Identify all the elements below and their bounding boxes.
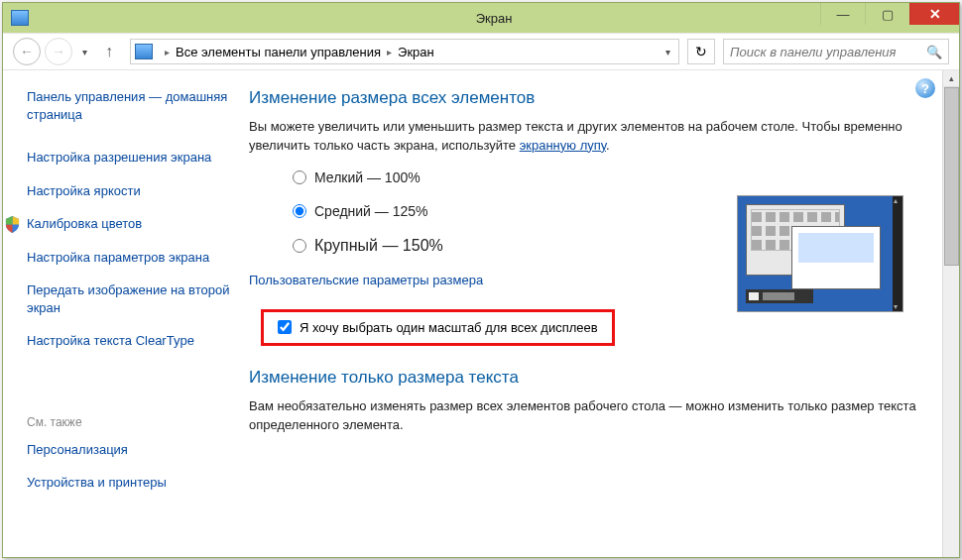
sidebar-item-color-calibration[interactable]: Калибровка цветов — [27, 215, 249, 233]
magnifier-link[interactable]: экранную лупу — [520, 138, 606, 153]
search-box[interactable]: 🔍 — [723, 39, 949, 64]
refresh-button[interactable]: ↻ — [687, 39, 715, 64]
breadcrumb[interactable]: ▸ Все элементы панели управления ▸ Экран… — [130, 39, 679, 64]
intro-after: . — [606, 138, 610, 153]
sidebar-item-personalization[interactable]: Персонализация — [27, 441, 249, 459]
sidebar-item-devices-printers[interactable]: Устройства и принтеры — [27, 474, 249, 492]
window-controls: — ▢ ✕ — [820, 3, 959, 33]
back-button[interactable]: ← — [13, 38, 41, 65]
highlighted-checkbox-box: Я хочу выбрать один масштаб для всех дис… — [261, 309, 615, 346]
single-scale-checkbox[interactable] — [278, 320, 292, 334]
location-icon — [135, 44, 153, 59]
sidebar-item-label: Калибровка цветов — [27, 216, 142, 231]
app-icon — [11, 10, 29, 26]
preview-window-front — [791, 226, 881, 289]
radio-large-input[interactable] — [293, 239, 306, 253]
window-frame: Экран — ▢ ✕ ← → ▾ ↑ ▸ Все элементы панел… — [2, 2, 960, 558]
heading-resize-all: Изменение размера всех элементов — [249, 88, 923, 108]
radio-small[interactable]: Мелкий — 100% — [293, 169, 923, 185]
preview-image — [737, 195, 903, 312]
minimize-button[interactable]: — — [820, 3, 865, 25]
preview-scrollbar — [893, 196, 902, 311]
shield-icon — [5, 216, 20, 233]
radio-label: Мелкий — 100% — [314, 169, 421, 185]
scroll-thumb[interactable] — [944, 87, 959, 266]
scroll-up-button[interactable]: ▴ — [943, 70, 959, 87]
sidebar-item-cleartype[interactable]: Настройка текста ClearType — [27, 332, 249, 350]
radio-small-input[interactable] — [293, 170, 306, 184]
title-bar[interactable]: Экран — ▢ ✕ — [3, 3, 959, 33]
chevron-right-icon: ▸ — [165, 47, 170, 57]
chevron-down-icon[interactable]: ▾ — [665, 47, 670, 57]
search-input[interactable] — [730, 45, 926, 59]
sidebar-item-brightness[interactable]: Настройка яркости — [27, 182, 249, 200]
sidebar: Панель управления — домашняя страница На… — [3, 70, 249, 557]
breadcrumb-item[interactable]: Экран — [398, 45, 434, 59]
checkbox-label: Я хочу выбрать один масштаб для всех дис… — [300, 320, 598, 335]
maximize-button[interactable]: ▢ — [865, 3, 909, 25]
heading-text-size: Изменение только размера текста — [249, 368, 923, 388]
sidebar-item-display-settings[interactable]: Настройка параметров экрана — [27, 249, 249, 267]
preview-taskbar — [746, 289, 813, 303]
text-size-body: Вам необязательно изменять размер всех э… — [249, 397, 923, 435]
breadcrumb-item[interactable]: Все элементы панели управления — [176, 45, 381, 59]
forward-button[interactable]: → — [45, 38, 72, 65]
history-dropdown[interactable]: ▾ — [76, 42, 92, 61]
sidebar-item-project[interactable]: Передать изображение на второй экран — [27, 281, 249, 316]
sidebar-item-resolution[interactable]: Настройка разрешения экрана — [27, 149, 249, 167]
close-button[interactable]: ✕ — [909, 3, 959, 25]
radio-label: Средний — 125% — [314, 203, 428, 219]
vertical-scrollbar[interactable]: ▴ — [942, 70, 959, 557]
sidebar-home[interactable]: Панель управления — домашняя страница — [27, 88, 249, 123]
search-icon[interactable]: 🔍 — [926, 45, 942, 59]
radio-label: Крупный — 150% — [314, 237, 443, 255]
nav-bar: ← → ▾ ↑ ▸ Все элементы панели управления… — [3, 33, 959, 70]
radio-medium-input[interactable] — [293, 204, 306, 218]
chevron-right-icon: ▸ — [387, 47, 392, 57]
main-panel: Изменение размера всех элементов Вы може… — [249, 70, 959, 557]
see-also-label: См. также — [27, 415, 249, 429]
content-area: ? Панель управления — домашняя страница … — [3, 70, 959, 557]
intro-text: Вы можете увеличить или уменьшить размер… — [249, 118, 923, 156]
up-button[interactable]: ↑ — [96, 39, 122, 64]
